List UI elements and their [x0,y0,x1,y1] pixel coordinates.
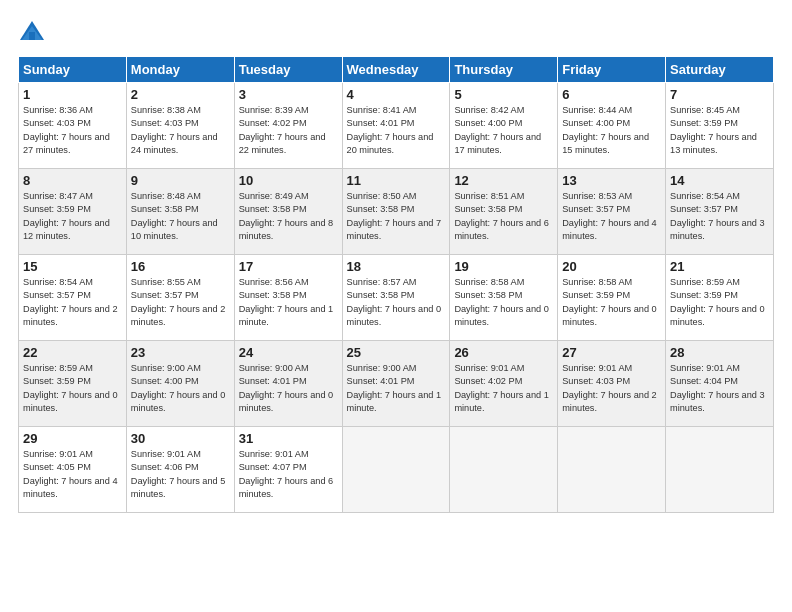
header [18,18,774,46]
day-number: 29 [23,431,122,446]
calendar-cell: 31Sunrise: 9:01 AMSunset: 4:07 PMDayligh… [234,427,342,513]
day-number: 30 [131,431,230,446]
calendar-cell: 21Sunrise: 8:59 AMSunset: 3:59 PMDayligh… [666,255,774,341]
week-row-4: 22Sunrise: 8:59 AMSunset: 3:59 PMDayligh… [19,341,774,427]
calendar-cell: 30Sunrise: 9:01 AMSunset: 4:06 PMDayligh… [126,427,234,513]
calendar-cell: 28Sunrise: 9:01 AMSunset: 4:04 PMDayligh… [666,341,774,427]
week-row-5: 29Sunrise: 9:01 AMSunset: 4:05 PMDayligh… [19,427,774,513]
day-number: 23 [131,345,230,360]
calendar-cell: 11Sunrise: 8:50 AMSunset: 3:58 PMDayligh… [342,169,450,255]
calendar-cell [666,427,774,513]
calendar-cell: 17Sunrise: 8:56 AMSunset: 3:58 PMDayligh… [234,255,342,341]
day-number: 25 [347,345,446,360]
col-header-wednesday: Wednesday [342,57,450,83]
day-number: 20 [562,259,661,274]
calendar-cell: 4Sunrise: 8:41 AMSunset: 4:01 PMDaylight… [342,83,450,169]
day-number: 3 [239,87,338,102]
calendar-cell: 5Sunrise: 8:42 AMSunset: 4:00 PMDaylight… [450,83,558,169]
day-number: 13 [562,173,661,188]
day-number: 9 [131,173,230,188]
col-header-saturday: Saturday [666,57,774,83]
calendar-cell: 7Sunrise: 8:45 AMSunset: 3:59 PMDaylight… [666,83,774,169]
calendar-cell: 6Sunrise: 8:44 AMSunset: 4:00 PMDaylight… [558,83,666,169]
day-number: 22 [23,345,122,360]
day-number: 4 [347,87,446,102]
day-info: Sunrise: 8:54 AMSunset: 3:57 PMDaylight:… [23,276,122,329]
day-number: 27 [562,345,661,360]
day-info: Sunrise: 8:55 AMSunset: 3:57 PMDaylight:… [131,276,230,329]
week-row-1: 1Sunrise: 8:36 AMSunset: 4:03 PMDaylight… [19,83,774,169]
calendar-cell: 18Sunrise: 8:57 AMSunset: 3:58 PMDayligh… [342,255,450,341]
calendar-cell: 22Sunrise: 8:59 AMSunset: 3:59 PMDayligh… [19,341,127,427]
day-info: Sunrise: 8:50 AMSunset: 3:58 PMDaylight:… [347,190,446,243]
day-info: Sunrise: 8:58 AMSunset: 3:58 PMDaylight:… [454,276,553,329]
day-info: Sunrise: 9:00 AMSunset: 4:01 PMDaylight:… [347,362,446,415]
calendar-cell: 9Sunrise: 8:48 AMSunset: 3:58 PMDaylight… [126,169,234,255]
calendar-cell [558,427,666,513]
calendar-cell: 14Sunrise: 8:54 AMSunset: 3:57 PMDayligh… [666,169,774,255]
day-number: 7 [670,87,769,102]
day-info: Sunrise: 8:48 AMSunset: 3:58 PMDaylight:… [131,190,230,243]
day-info: Sunrise: 9:01 AMSunset: 4:02 PMDaylight:… [454,362,553,415]
day-number: 11 [347,173,446,188]
calendar-cell: 26Sunrise: 9:01 AMSunset: 4:02 PMDayligh… [450,341,558,427]
col-header-thursday: Thursday [450,57,558,83]
calendar-cell: 3Sunrise: 8:39 AMSunset: 4:02 PMDaylight… [234,83,342,169]
day-info: Sunrise: 9:00 AMSunset: 4:00 PMDaylight:… [131,362,230,415]
day-info: Sunrise: 8:49 AMSunset: 3:58 PMDaylight:… [239,190,338,243]
calendar-cell: 23Sunrise: 9:00 AMSunset: 4:00 PMDayligh… [126,341,234,427]
day-info: Sunrise: 8:53 AMSunset: 3:57 PMDaylight:… [562,190,661,243]
day-number: 17 [239,259,338,274]
col-header-sunday: Sunday [19,57,127,83]
day-number: 2 [131,87,230,102]
page: SundayMondayTuesdayWednesdayThursdayFrid… [0,0,792,612]
calendar-cell: 25Sunrise: 9:00 AMSunset: 4:01 PMDayligh… [342,341,450,427]
svg-rect-2 [29,32,35,40]
day-info: Sunrise: 8:59 AMSunset: 3:59 PMDaylight:… [670,276,769,329]
day-info: Sunrise: 8:41 AMSunset: 4:01 PMDaylight:… [347,104,446,157]
calendar-cell [450,427,558,513]
calendar-cell: 20Sunrise: 8:58 AMSunset: 3:59 PMDayligh… [558,255,666,341]
day-info: Sunrise: 8:54 AMSunset: 3:57 PMDaylight:… [670,190,769,243]
day-info: Sunrise: 8:36 AMSunset: 4:03 PMDaylight:… [23,104,122,157]
calendar-cell: 15Sunrise: 8:54 AMSunset: 3:57 PMDayligh… [19,255,127,341]
logo [18,18,50,46]
week-row-2: 8Sunrise: 8:47 AMSunset: 3:59 PMDaylight… [19,169,774,255]
col-header-friday: Friday [558,57,666,83]
calendar-cell: 27Sunrise: 9:01 AMSunset: 4:03 PMDayligh… [558,341,666,427]
calendar-cell [342,427,450,513]
day-number: 1 [23,87,122,102]
day-number: 21 [670,259,769,274]
day-number: 10 [239,173,338,188]
calendar-cell: 24Sunrise: 9:00 AMSunset: 4:01 PMDayligh… [234,341,342,427]
calendar-cell: 2Sunrise: 8:38 AMSunset: 4:03 PMDaylight… [126,83,234,169]
day-info: Sunrise: 8:47 AMSunset: 3:59 PMDaylight:… [23,190,122,243]
calendar-cell: 29Sunrise: 9:01 AMSunset: 4:05 PMDayligh… [19,427,127,513]
day-info: Sunrise: 8:58 AMSunset: 3:59 PMDaylight:… [562,276,661,329]
day-info: Sunrise: 9:01 AMSunset: 4:06 PMDaylight:… [131,448,230,501]
day-info: Sunrise: 8:59 AMSunset: 3:59 PMDaylight:… [23,362,122,415]
day-number: 12 [454,173,553,188]
calendar-cell: 10Sunrise: 8:49 AMSunset: 3:58 PMDayligh… [234,169,342,255]
day-info: Sunrise: 8:44 AMSunset: 4:00 PMDaylight:… [562,104,661,157]
day-info: Sunrise: 9:01 AMSunset: 4:03 PMDaylight:… [562,362,661,415]
day-number: 6 [562,87,661,102]
calendar-cell: 13Sunrise: 8:53 AMSunset: 3:57 PMDayligh… [558,169,666,255]
day-number: 15 [23,259,122,274]
day-number: 31 [239,431,338,446]
calendar-cell: 12Sunrise: 8:51 AMSunset: 3:58 PMDayligh… [450,169,558,255]
day-number: 18 [347,259,446,274]
day-info: Sunrise: 8:57 AMSunset: 3:58 PMDaylight:… [347,276,446,329]
day-info: Sunrise: 9:00 AMSunset: 4:01 PMDaylight:… [239,362,338,415]
week-row-3: 15Sunrise: 8:54 AMSunset: 3:57 PMDayligh… [19,255,774,341]
logo-icon [18,18,46,46]
day-number: 26 [454,345,553,360]
header-row: SundayMondayTuesdayWednesdayThursdayFrid… [19,57,774,83]
calendar: SundayMondayTuesdayWednesdayThursdayFrid… [18,56,774,513]
day-info: Sunrise: 8:38 AMSunset: 4:03 PMDaylight:… [131,104,230,157]
day-info: Sunrise: 8:56 AMSunset: 3:58 PMDaylight:… [239,276,338,329]
day-info: Sunrise: 8:51 AMSunset: 3:58 PMDaylight:… [454,190,553,243]
day-number: 16 [131,259,230,274]
col-header-monday: Monday [126,57,234,83]
day-info: Sunrise: 9:01 AMSunset: 4:07 PMDaylight:… [239,448,338,501]
